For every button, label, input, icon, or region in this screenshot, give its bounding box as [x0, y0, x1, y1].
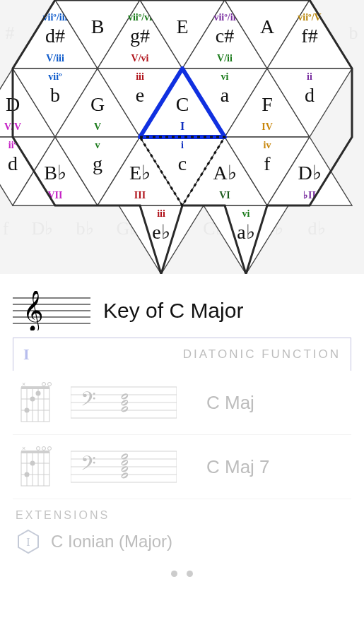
svg-text:viiº: viiº	[48, 71, 62, 82]
chord-name: C Maj 7	[206, 456, 270, 478]
svg-text:f: f	[3, 218, 9, 239]
svg-text:iv: iv	[264, 140, 271, 150]
svg-text:c: c	[178, 153, 187, 174]
svg-text:F: F	[262, 93, 273, 115]
svg-text:𝅗: 𝅗	[121, 393, 129, 400]
svg-text:c#: c#	[216, 25, 234, 47]
svg-text:d♭: d♭	[308, 218, 326, 239]
svg-text:𝄢: 𝄢	[81, 388, 96, 415]
svg-text:C: C	[176, 93, 189, 115]
chord-row-seventh[interactable]: × 𝄢 𝅗 𝅗 𝅗 𝅗 C Maj 7	[13, 435, 351, 499]
hexagon-roman-icon: I	[16, 529, 41, 554]
svg-text:G: G	[90, 93, 105, 115]
extensions-label: EXTENSIONS	[13, 499, 351, 523]
svg-text:V/iii: V/iii	[46, 53, 64, 64]
treble-clef-staff-icon: 𝄞	[13, 291, 90, 330]
diatonic-function-section: I DIATONIC FUNCTION × 𝄢 𝅗 𝅗 𝅗 C Maj	[0, 338, 364, 560]
chord-row-triad[interactable]: × 𝄢 𝅗 𝅗 𝅗 C Maj	[13, 371, 351, 435]
svg-text:iii: iii	[136, 71, 144, 82]
svg-text:e: e	[136, 84, 144, 106]
bass-staff-triad-icon: 𝄢 𝅗 𝅗 𝅗	[71, 383, 177, 422]
svg-text:A♭: A♭	[213, 162, 236, 184]
svg-text:IV: IV	[262, 121, 273, 132]
svg-text:i: i	[181, 140, 184, 150]
svg-point-101	[37, 447, 40, 451]
svg-text:b: b	[349, 23, 358, 43]
guitar-chord-diagram-icon: ×	[16, 381, 55, 424]
svg-text:e♭: e♭	[152, 221, 170, 243]
svg-text:vi: vi	[221, 71, 229, 82]
bass-staff-seventh-icon: 𝄢 𝅗 𝅗 𝅗 𝅗	[71, 447, 177, 487]
svg-text:b♭: b♭	[76, 218, 94, 239]
svg-text:𝅗: 𝅗	[121, 406, 129, 412]
svg-point-100	[30, 461, 35, 466]
extension-name: C Ionian (Major)	[51, 532, 172, 551]
svg-text:v: v	[95, 140, 100, 150]
svg-text:×: ×	[22, 381, 25, 388]
svg-text:E♭: E♭	[129, 162, 151, 184]
guitar-chord-diagram-icon: ×	[16, 445, 55, 489]
page-dot[interactable]	[187, 571, 193, 577]
key-heading: 𝄞 Key of C Major	[0, 274, 364, 338]
page-dots	[0, 560, 364, 587]
page-dot[interactable]	[171, 571, 177, 577]
function-roman: I	[23, 345, 30, 364]
svg-text:f#: f#	[301, 25, 317, 47]
svg-text:b: b	[50, 84, 60, 106]
svg-text:g: g	[93, 153, 102, 174]
function-label: DIATONIC FUNCTION	[183, 347, 341, 362]
svg-text:a♭: a♭	[237, 221, 254, 243]
svg-text:d#: d#	[45, 25, 65, 47]
svg-text:#: #	[6, 23, 15, 43]
function-header: I DIATONIC FUNCTION	[13, 338, 351, 371]
svg-point-80	[42, 383, 46, 386]
svg-text:I: I	[180, 120, 184, 132]
svg-text:A: A	[260, 16, 275, 37]
svg-text:d: d	[8, 153, 18, 174]
svg-point-99	[25, 472, 30, 477]
svg-text:𝄞: 𝄞	[23, 291, 44, 330]
svg-text:B♭: B♭	[44, 162, 66, 184]
chord-triangle-map[interactable]: M A J O RM I N O R#bDfD♭b♭G♭C♭F♭d♭viiº/i…	[0, 0, 364, 274]
svg-point-79	[36, 391, 41, 396]
svg-text:VI: VI	[219, 190, 230, 201]
key-title: Key of C Major	[103, 299, 243, 323]
svg-text:V: V	[94, 121, 101, 132]
svg-rect-91	[21, 452, 49, 486]
svg-point-103	[48, 447, 52, 451]
svg-text:viiº/ii: viiº/ii	[213, 12, 235, 23]
chord-name: C Maj	[206, 392, 254, 414]
svg-text:×: ×	[22, 445, 25, 452]
svg-point-78	[30, 397, 35, 402]
svg-text:iii: iii	[157, 208, 165, 219]
svg-text:𝅗: 𝅗	[121, 460, 129, 466]
extension-row[interactable]: I C Ionian (Major)	[13, 523, 351, 560]
svg-point-102	[42, 447, 46, 451]
svg-text:ii: ii	[307, 71, 312, 82]
svg-text:𝅗: 𝅗	[121, 472, 129, 479]
svg-text:V/vi: V/vi	[131, 53, 149, 64]
svg-point-77	[25, 408, 30, 413]
svg-text:g#: g#	[130, 25, 150, 47]
svg-text:V/ii: V/ii	[217, 53, 233, 64]
svg-text:a: a	[221, 84, 230, 106]
svg-text:E: E	[176, 16, 188, 37]
svg-text:vi: vi	[242, 208, 250, 219]
svg-text:𝄢: 𝄢	[81, 453, 96, 479]
svg-text:D♭: D♭	[32, 218, 54, 239]
svg-point-81	[48, 383, 52, 386]
svg-text:B: B	[91, 16, 105, 37]
svg-text:f: f	[264, 153, 271, 174]
svg-text:d: d	[305, 84, 315, 106]
svg-text:III: III	[134, 190, 146, 201]
svg-rect-69	[21, 388, 49, 422]
svg-text:D♭: D♭	[298, 162, 321, 184]
svg-text:I: I	[26, 536, 30, 548]
